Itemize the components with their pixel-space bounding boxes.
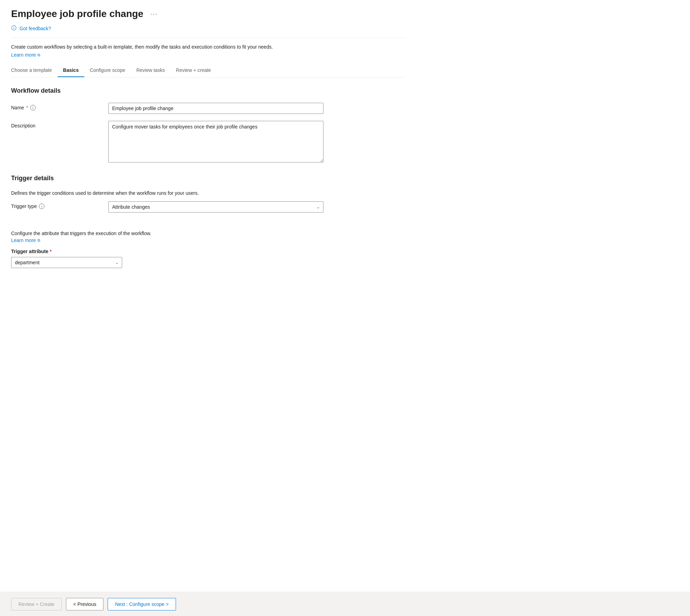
- feedback-icon: [11, 25, 17, 32]
- name-label-col: Name * i: [11, 103, 108, 110]
- external-link-icon: ⧉: [37, 53, 40, 57]
- name-form-row: Name * i: [11, 103, 405, 114]
- name-input[interactable]: [108, 103, 323, 114]
- review-create-button: Review + Create: [11, 598, 62, 610]
- trigger-type-label: Trigger type i: [11, 203, 108, 209]
- trigger-description: Defines the trigger conditions used to d…: [11, 190, 405, 196]
- next-configure-scope-button[interactable]: Next : Configure scope >: [108, 598, 176, 610]
- tab-basics[interactable]: Basics: [58, 65, 84, 77]
- trigger-attribute-label: Trigger attribute *: [11, 249, 405, 254]
- trigger-learn-more-link[interactable]: Learn more ⧉: [11, 238, 40, 243]
- intro-learn-more-link[interactable]: Learn more ⧉: [11, 52, 40, 58]
- tab-review-create[interactable]: Review + create: [170, 65, 217, 77]
- description-label-col: Description: [11, 121, 108, 128]
- description-textarea[interactable]: Configure mover tasks for employees once…: [108, 121, 323, 163]
- previous-button[interactable]: < Previous: [66, 598, 104, 610]
- trigger-external-link-icon: ⧉: [37, 238, 40, 243]
- page-title: Employee job profile change: [11, 8, 143, 19]
- tabs-nav: Choose a template Basics Configure scope…: [11, 65, 405, 77]
- trigger-type-label-col: Trigger type i: [11, 201, 108, 209]
- trigger-attribute-select-wrapper: department jobTitle manager officeLocati…: [11, 257, 122, 268]
- name-input-col: [108, 103, 323, 114]
- name-required-star: *: [26, 105, 28, 110]
- trigger-attribute-section: Trigger attribute * department jobTitle …: [11, 249, 405, 268]
- configure-attr-description: Configure the attribute that triggers th…: [11, 231, 405, 236]
- trigger-attribute-select[interactable]: department jobTitle manager officeLocati…: [11, 257, 122, 268]
- feedback-row: Got feedback?: [11, 25, 405, 38]
- description-form-row: Description Configure mover tasks for em…: [11, 121, 405, 164]
- tab-choose-template[interactable]: Choose a template: [11, 65, 58, 77]
- trigger-details-title: Trigger details: [11, 175, 405, 182]
- tab-configure-scope[interactable]: Configure scope: [84, 65, 131, 77]
- description-input-col: Configure mover tasks for employees once…: [108, 121, 323, 164]
- ellipsis-button[interactable]: ···: [148, 9, 160, 19]
- trigger-type-select-wrapper: Attribute changes On-demand Scheduled ⌄: [108, 201, 323, 213]
- trigger-type-input-col: Attribute changes On-demand Scheduled ⌄: [108, 201, 323, 213]
- tab-review-tasks[interactable]: Review tasks: [131, 65, 170, 77]
- workflow-details-section: Workflow details Name * i Description Co…: [11, 87, 405, 164]
- workflow-details-title: Workflow details: [11, 87, 405, 94]
- description-label: Description: [11, 123, 108, 128]
- name-info-icon[interactable]: i: [30, 105, 36, 110]
- trigger-type-select[interactable]: Attribute changes On-demand Scheduled: [108, 201, 323, 213]
- intro-description: Create custom workflows by selecting a b…: [11, 43, 405, 51]
- trigger-details-section: Trigger details Defines the trigger cond…: [11, 175, 405, 268]
- page-title-row: Employee job profile change ···: [11, 8, 405, 19]
- trigger-attr-required-star: *: [50, 249, 51, 254]
- trigger-type-form-row: Trigger type i Attribute changes On-dema…: [11, 201, 405, 213]
- trigger-type-info-icon[interactable]: i: [39, 203, 44, 209]
- feedback-link[interactable]: Got feedback?: [19, 26, 51, 31]
- footer-bar: Review + Create < Previous Next : Config…: [0, 592, 690, 616]
- name-label: Name * i: [11, 105, 108, 110]
